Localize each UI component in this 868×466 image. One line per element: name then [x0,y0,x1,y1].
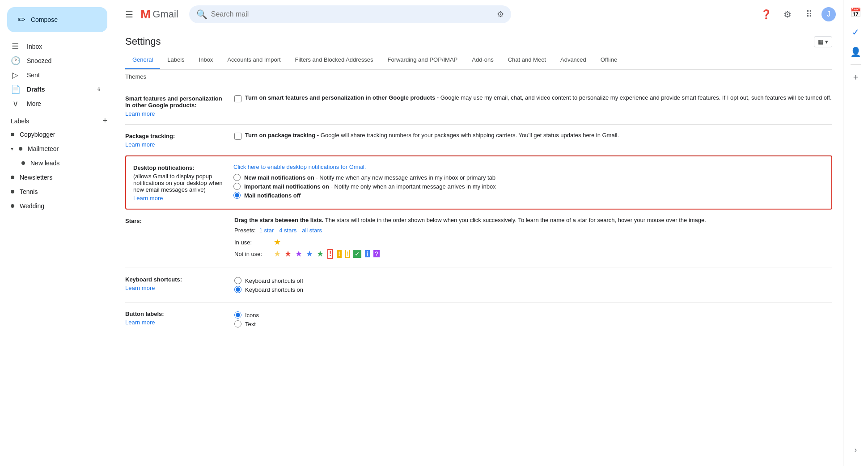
right-panel-add-icon[interactable]: + [847,68,865,86]
desktop-notifications-subtext: (allows Gmail to display popup notificat… [133,173,223,193]
exclamation-orange-icon[interactable]: ! [337,250,342,258]
right-panel-expand-icon[interactable]: › [847,441,865,459]
presets-label: Presets: [234,227,256,234]
tab-inbox[interactable]: Inbox [192,51,220,70]
info-blue-icon[interactable]: i [365,250,370,257]
star-yellow[interactable]: ★ [274,237,281,247]
settings-title-row: Settings ▦ ▾ [125,29,832,51]
smart-features-row: Smart features and personalization in ot… [125,87,832,125]
apps-button[interactable]: ⠿ [800,5,818,23]
button-labels-learn-more[interactable]: Learn more [125,319,224,326]
settings-button[interactable]: ⚙ [779,5,796,23]
package-tracking-checkbox[interactable] [234,133,241,140]
sidebar-item-snoozed[interactable]: 🕐 Snoozed [0,54,107,68]
package-tracking-learn-more[interactable]: Learn more [125,141,224,148]
help-icon: ❓ [761,9,772,20]
important-mail-notifications-on-row: Important mail notifications on - Notify… [233,183,824,190]
text-label: Text [245,321,256,327]
tab-general[interactable]: General [125,51,160,70]
label-name: Tennis [20,188,38,195]
sidebar-item-more[interactable]: ∨ More [0,97,107,111]
labels-header: Labels + [0,114,114,127]
shortcuts-on-radio[interactable] [234,286,241,293]
sidebar-label-mailmeteor[interactable]: ▾ Mailmeteor [0,142,107,156]
star-orange[interactable]: ★ [274,249,281,259]
exclamation-red-icon[interactable]: ! [327,249,333,259]
compose-button[interactable]: ✏ Compose [7,7,107,32]
label-color-dot [19,147,22,151]
main-content: ☰ M Gmail 🔍 ⚙ ❓ ⚙ ⠿ J Setting [114,0,843,466]
button-labels-content: Icons Text [234,310,832,329]
tab-chat[interactable]: Chat and Meet [501,51,553,70]
check-green-icon[interactable]: ✓ [353,250,361,258]
right-panel-contacts-icon[interactable]: 👤 [847,43,865,61]
sidebar-item-inbox[interactable]: ☰ Inbox [0,39,107,54]
menu-icon[interactable]: ☰ [122,5,137,23]
tab-forwarding[interactable]: Forwarding and POP/IMAP [380,51,465,70]
sidebar-label-new-leads[interactable]: New leads [0,156,107,170]
star-purple[interactable]: ★ [295,249,302,259]
gmail-logo-text: Gmail [152,8,178,20]
icons-label: Icons [245,312,259,319]
desktop-notifications-learn-more[interactable]: Learn more [133,195,223,202]
smart-features-content: Turn on smart features and personalizati… [234,94,832,117]
presets-row: Presets: 1 star 4 stars all stars [234,227,832,234]
search-input[interactable] [211,10,493,18]
tab-labels[interactable]: Labels [160,51,191,70]
shortcuts-off-radio[interactable] [234,277,241,284]
smart-features-learn-more[interactable]: Learn more [125,110,224,117]
tab-offline[interactable]: Offline [593,51,624,70]
sidebar-item-drafts[interactable]: 📄 Drafts 6 [0,82,107,97]
tab-advanced[interactable]: Advanced [553,51,593,70]
icons-radio[interactable] [234,311,241,319]
enable-desktop-notifications-link[interactable]: Click here to enable desktop notificatio… [233,164,366,170]
label-name: Wedding [20,202,44,210]
new-mail-notifications-radio[interactable] [233,174,241,181]
help-button[interactable]: ❓ [757,5,775,23]
preset-all-link[interactable]: all stars [302,227,322,234]
exclamation-yellow-icon[interactable]: ! [345,250,350,258]
themes-link[interactable]: Themes [125,70,832,87]
tab-filters[interactable]: Filters and Blocked Addresses [288,51,381,70]
button-labels-row: Button labels: Learn more Icons Text [125,302,832,336]
smart-features-label: Smart features and personalization in ot… [125,94,224,117]
star-red[interactable]: ★ [284,249,292,259]
tab-addons[interactable]: Add-ons [465,51,500,70]
right-panel-calendar-icon[interactable]: 📅 [847,4,865,21]
star-blue[interactable]: ★ [306,249,313,259]
density-button[interactable]: ▦ ▾ [814,36,832,47]
mail-notifications-off-radio[interactable] [233,192,241,199]
important-mail-notifications-radio[interactable] [233,183,241,190]
icons-radio-row: Icons [234,311,832,319]
label-name: Newsletters [20,174,52,181]
chevron-down-icon: ▾ [11,146,13,152]
label-color-dot [11,204,14,208]
sidebar-label-copyblogger[interactable]: Copyblogger [0,127,107,142]
tab-accounts[interactable]: Accounts and Import [220,51,288,70]
user-avatar[interactable]: J [821,7,836,21]
sidebar-item-sent[interactable]: ▷ Sent [0,68,107,82]
search-filter-icon[interactable]: ⚙ [497,9,504,19]
sidebar-label-wedding[interactable]: Wedding [0,199,107,213]
compose-edit-icon: ✏ [18,14,25,25]
star-green[interactable]: ★ [317,249,324,259]
desktop-notifications-row: Desktop notifications: (allows Gmail to … [125,155,832,210]
preset-4stars-link[interactable]: 4 stars [279,227,296,234]
label-name: Copyblogger [20,131,55,138]
preset-1star-link[interactable]: 1 star [259,227,274,234]
right-panel-tasks-icon[interactable]: ✓ [847,23,865,41]
search-bar: 🔍 ⚙ [189,5,511,23]
sidebar-label-tennis[interactable]: Tennis [0,185,107,199]
sidebar-label-newsletters[interactable]: Newsletters [0,170,107,185]
text-radio[interactable] [234,320,241,327]
keyboard-shortcuts-learn-more[interactable]: Learn more [125,285,224,291]
sidebar-item-label: Inbox [27,43,42,50]
smart-features-checkbox[interactable] [234,95,241,102]
gmail-logo: M Gmail [140,7,178,21]
add-label-button[interactable]: + [102,116,107,126]
question-purple-icon[interactable]: ? [373,250,380,257]
package-tracking-checkbox-row: Turn on package tracking - Google will s… [234,132,832,140]
sidebar-item-label: Snoozed [27,57,51,64]
settings-tabs: General Labels Inbox Accounts and Import… [125,51,832,70]
desktop-notifications-content: Click here to enable desktop notificatio… [233,164,824,202]
